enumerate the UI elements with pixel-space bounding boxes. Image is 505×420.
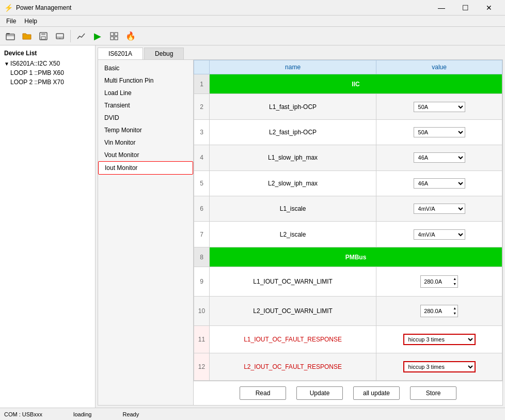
row-value-2[interactable]: 50A40A60A70A	[376, 94, 502, 119]
row-value-3[interactable]: 50A40A60A70A	[376, 119, 502, 145]
table-row: 8PMBus	[194, 247, 502, 267]
nav-vout-monitor[interactable]: Vout Monitor	[98, 149, 193, 161]
main-layout: Device List ▼ IS6201A::I2C X50 LOOP 1 ::…	[0, 45, 505, 408]
title-bar-controls: — ☐ ✕	[430, 0, 501, 15]
toolbar-save[interactable]	[36, 29, 51, 43]
toolbar-folder[interactable]	[20, 29, 34, 43]
row-num-3: 3	[194, 119, 210, 145]
row-name-6: L1_iscale	[210, 196, 376, 222]
row-name-12: L2_IOUT_OC_FAULT_RESPONSE	[210, 353, 376, 380]
row-name-10: L2_IOUT_OC_WARN_LIMIT	[210, 297, 376, 326]
nav-multi-function-pin[interactable]: Multi Function Pin	[98, 74, 193, 87]
row-value-11[interactable]: hiccup 3 timesshutdownhiccup 1 timehiccu…	[376, 325, 502, 353]
select-2[interactable]: 50A40A60A70A	[414, 102, 465, 112]
table-row: 11L1_IOUT_OC_FAULT_RESPONSEhiccup 3 time…	[194, 325, 502, 353]
table-row: 9L1_IOUT_OC_WARN_LIMIT▲▼	[194, 267, 502, 297]
row-num-7: 7	[194, 222, 210, 247]
tree-item-loop1[interactable]: LOOP 1 ::PMB X60	[0, 68, 95, 77]
row-value-4[interactable]: 46A40A50A52A	[376, 145, 502, 170]
row-value-6[interactable]: 4mV/A2mV/A8mV/A	[376, 196, 502, 222]
nav-vin-monitor[interactable]: Vin Monitor	[98, 136, 193, 149]
table-row: 4L1_slow_iph_max46A40A50A52A	[194, 145, 502, 170]
close-button[interactable]: ✕	[477, 0, 501, 15]
tab-bar: IS6201A Debug	[96, 45, 505, 59]
spin-up-10[interactable]: ▲	[453, 306, 456, 311]
toolbar-device[interactable]	[53, 29, 67, 43]
title-bar: ⚡ Power Management — ☐ ✕	[0, 0, 505, 15]
status-bar: COM : USBxxx loading Ready	[0, 408, 505, 420]
col-value-header: value	[376, 60, 502, 74]
svg-rect-8	[111, 33, 114, 36]
nav-dvid[interactable]: DVID	[98, 112, 193, 124]
select-3[interactable]: 50A40A60A70A	[414, 127, 465, 137]
sidebar: Device List ▼ IS6201A::I2C X50 LOOP 1 ::…	[0, 45, 96, 408]
svg-rect-0	[6, 34, 14, 40]
menu-help[interactable]: Help	[20, 17, 41, 26]
fault-select-11[interactable]: hiccup 3 timesshutdownhiccup 1 timehiccu…	[403, 334, 476, 345]
nav-list: Basic Multi Function Pin Load Line Trans…	[98, 60, 194, 405]
spin-input-10[interactable]	[422, 307, 452, 315]
title-bar-text: Power Management	[16, 4, 430, 11]
table-row: 10L2_IOUT_OC_WARN_LIMIT▲▼	[194, 297, 502, 326]
table-row: 1IIC	[194, 74, 502, 94]
row-value-12[interactable]: hiccup 3 timesshutdownhiccup 1 timehiccu…	[376, 353, 502, 380]
main-panel: Basic Multi Function Pin Load Line Trans…	[98, 59, 503, 406]
row-num-8: 8	[194, 247, 210, 267]
tab-debug[interactable]: Debug	[144, 48, 184, 59]
maximize-button[interactable]: ☐	[453, 0, 477, 15]
toolbar: ▶ 🔥	[0, 27, 505, 45]
table-row: 5L2_slow_iph_max46A40A50A52A	[194, 170, 502, 196]
row-num-9: 9	[194, 267, 210, 297]
spin-input-9[interactable]	[422, 278, 452, 285]
row-value-7[interactable]: 4mV/A2mV/A8mV/A	[376, 222, 502, 247]
row-num-12: 12	[194, 353, 210, 380]
toolbar-chart[interactable]	[74, 29, 88, 43]
minimize-button[interactable]: —	[430, 0, 453, 15]
spin-up-9[interactable]: ▲	[453, 276, 456, 282]
row-num-2: 2	[194, 94, 210, 119]
tree-item-root[interactable]: ▼ IS6201A::I2C X50	[0, 59, 95, 68]
nav-temp-monitor[interactable]: Temp Monitor	[98, 124, 193, 136]
toolbar-fire[interactable]: 🔥	[123, 29, 138, 43]
status-com: COM : USBxxx	[4, 411, 42, 417]
status-loading: loading	[73, 411, 91, 417]
menu-file[interactable]: File	[2, 17, 20, 26]
tree-item-loop2[interactable]: LOOP 2 ::PMB X70	[0, 77, 95, 87]
row-value-9[interactable]: ▲▼	[376, 267, 502, 297]
update-button[interactable]: Update	[296, 386, 343, 400]
table-row: 7L2_iscale4mV/A2mV/A8mV/A	[194, 222, 502, 247]
tab-is6201a[interactable]: IS6201A	[98, 48, 143, 59]
row-name-1: IIC	[210, 74, 502, 94]
toolbar-grid[interactable]	[107, 29, 121, 43]
store-button[interactable]: Store	[410, 386, 456, 400]
toolbar-play[interactable]: ▶	[90, 29, 105, 43]
table-row: 6L1_iscale4mV/A2mV/A8mV/A	[194, 196, 502, 222]
svg-rect-9	[115, 33, 118, 36]
select-5[interactable]: 46A40A50A52A	[414, 178, 465, 189]
menu-bar: File Help	[0, 15, 505, 27]
row-name-3: L2_fast_iph-OCP	[210, 119, 376, 145]
toolbar-open[interactable]	[3, 29, 18, 43]
all-update-button[interactable]: all update	[353, 386, 400, 400]
bottom-bar: Read Update all update Store	[194, 381, 502, 405]
fault-select-12[interactable]: hiccup 3 timesshutdownhiccup 1 timehiccu…	[403, 361, 476, 372]
row-value-5[interactable]: 46A40A50A52A	[376, 170, 502, 196]
nav-load-line[interactable]: Load Line	[98, 87, 193, 99]
svg-rect-4	[41, 37, 45, 39]
select-7[interactable]: 4mV/A2mV/A8mV/A	[414, 229, 465, 240]
select-4[interactable]: 46A40A50A52A	[414, 152, 465, 163]
spin-down-10[interactable]: ▼	[453, 311, 456, 316]
col-num-header	[194, 60, 210, 74]
read-button[interactable]: Read	[240, 386, 286, 400]
row-value-10[interactable]: ▲▼	[376, 297, 502, 326]
table-area: name value 1IIC2L1_fast_iph-OCP50A40A60A…	[194, 60, 502, 405]
nav-basic[interactable]: Basic	[98, 62, 193, 74]
spin-down-9[interactable]: ▼	[453, 282, 456, 287]
nav-iout-monitor[interactable]: Iout Monitor	[98, 161, 193, 175]
row-name-5: L2_slow_iph_max	[210, 170, 376, 196]
select-6[interactable]: 4mV/A2mV/A8mV/A	[414, 204, 465, 214]
table-row: 3L2_fast_iph-OCP50A40A60A70A	[194, 119, 502, 145]
nav-transient[interactable]: Transient	[98, 99, 193, 112]
row-name-11: L1_IOUT_OC_FAULT_RESPONSE	[210, 325, 376, 353]
row-num-11: 11	[194, 325, 210, 353]
